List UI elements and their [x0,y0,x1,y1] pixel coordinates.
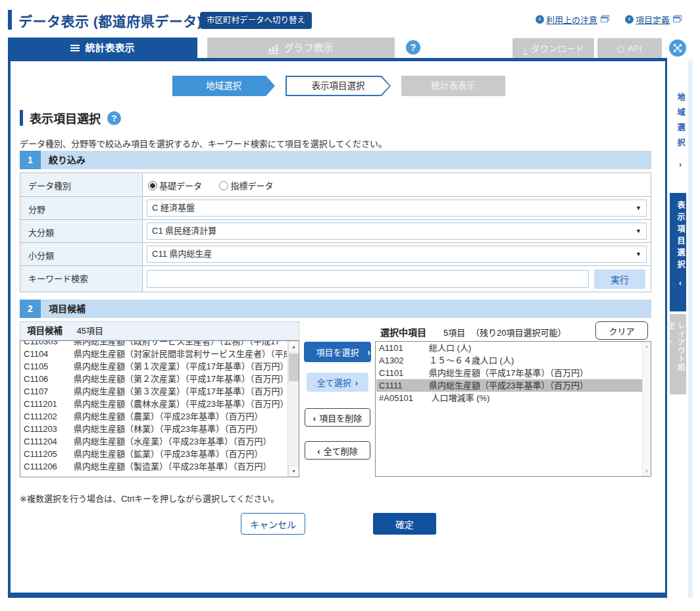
api-button: API [597,38,662,58]
major-class-row: 大分類 C1 県民経済計算 ▼ [20,219,651,242]
field-select[interactable]: C 経済基盤 ▼ [147,199,647,217]
tab-statistics-table[interactable]: 統計表表示 [8,38,197,58]
chevron-right-icon: › [676,160,685,176]
list-item-code: C111206 [24,460,74,473]
list-item[interactable]: C1101県内総生産額（平成17年基準）（百万円） [376,367,642,379]
chevron-left-icon: ‹ [676,279,685,292]
step-statistics-table: 統計表表示 [401,76,505,96]
execute-search-button[interactable]: 実行 [594,269,645,289]
minor-class-select[interactable]: C11 県内総生産 ▼ [147,246,647,263]
circle-chevron-icon: › [625,15,634,24]
select-all-button[interactable]: 全て選択› [307,373,368,392]
candidate-count: 45項目 [77,326,103,336]
gear-icon [617,45,624,53]
list-item[interactable]: A1101総人口 (人) [376,342,642,354]
list-item-name: 県内総生産額（平成17年基準）（百万円） [429,368,588,378]
side-tab-display-item-select-label: 表示項目選択 [676,201,685,272]
list-item-name: 県内総生産額（鉱業）（平成23年基準）（百万円） [74,449,262,459]
scrollbar-thumb[interactable] [289,354,299,381]
keyword-row: キーワード検索 実行 [20,265,651,292]
list-item[interactable]: C110303県内総生産額（政府サービス生産者）（公務）（平成17 [21,340,287,348]
field-row: 分野 C 経済基盤 ▼ [20,196,651,219]
cancel-button[interactable]: キャンセル [241,513,305,535]
radio-basic-data[interactable] [148,181,157,190]
chevron-right-icon: › [666,337,674,346]
page-header: データ表示 (都道府県データ) 市区町村データへ切り替え › 利用上の注意 › … [8,8,692,33]
candidate-list-header: 項目候補 45項目 [20,321,299,340]
side-tab-region-select[interactable]: 地域選択› [670,85,686,190]
list-item-name: 総人口 (人) [429,343,471,353]
list-item-code: #A05101 [379,392,429,404]
select-all-label: 全て選択 [317,378,351,388]
section-page-title: 表示項目選択 ? [20,109,121,126]
keyword-label: キーワード検索 [20,266,143,292]
page-title-main: データ表示 (都道府県データ) [18,11,202,30]
list-item[interactable]: C111206県内総生産額（製造業）（平成23年基準）（百万円） [21,460,287,473]
confirm-button[interactable]: 確定 [373,513,436,535]
radio-basic-data-label: 基礎データ [159,181,202,191]
selected-listbox: A1101総人口 (人)A1302１５～６４歳人口 (人)C1101県内総生産額… [375,341,651,477]
step-region-select[interactable]: 地域選択 [172,76,275,96]
list-item-code: C111204 [24,435,74,448]
selected-scrollbar[interactable]: ▲ ▼ [642,342,651,476]
remove-all-button[interactable]: ‹全て削除 [305,441,370,460]
fullscreen-toggle-icon[interactable] [669,40,686,57]
list-item[interactable]: C111203県内総生産額（林業）（平成23年基準）（百万円） [21,423,287,435]
major-class-select[interactable]: C1 県民経済計算 ▼ [147,223,647,240]
list-item[interactable]: C1111県内総生産額（平成23年基準）（百万円） [376,379,642,392]
title-accent-bar [20,110,23,126]
tab-statistics-table-label: 統計表表示 [85,42,134,53]
list-item[interactable]: C1107県内総生産額（第３次産業）（平成17年基準）（百万円） [21,385,287,398]
list-item[interactable]: #A05101 人口増減率 (%) [376,392,642,404]
list-item-name: 県内総生産額（農業）（平成23年基準）（百万円） [74,412,262,421]
scroll-up-icon[interactable]: ▲ [643,342,651,351]
list-item[interactable]: C111202県内総生産額（農業）（平成23年基準）（百万円） [21,410,287,423]
list-item[interactable]: C111204県内総生産額（水産業）（平成23年基準）（百万円） [21,435,287,448]
filter-section-header: 1 絞り込み [20,151,651,169]
bar-chart-icon [268,46,278,54]
list-item[interactable]: C111205県内総生産額（鉱業）（平成23年基準）（百万円） [21,448,287,460]
scroll-down-icon[interactable]: ▼ [288,465,299,477]
candidate-listbox: C110303県内総生産額（政府サービス生産者）（公務）（平成17C1104県内… [20,340,299,477]
list-item-name: 人口増減率 (%) [429,393,489,403]
list-item-code: C111205 [24,448,74,460]
list-item[interactable]: C1104県内総生産額（対家計民間非営利サービス生産者）（平成 [21,348,287,360]
list-item-name: 県内総生産額（農林水産業）（平成23年基準）（百万円） [74,399,287,409]
minor-class-label: 小分類 [20,243,143,265]
candidate-rows: C110303県内総生産額（政府サービス生産者）（公務）（平成17C1104県内… [21,340,287,477]
list-item-code: C111201 [24,398,74,410]
usage-notes-link[interactable]: › 利用上の注意 [536,13,608,26]
help-icon[interactable]: ? [107,111,121,125]
help-icon[interactable]: ? [406,40,420,55]
switch-municipality-button[interactable]: 市区町村データへ切り替え [200,12,312,29]
candidate-scrollbar[interactable]: ▲ ▼ [288,341,299,477]
clear-button[interactable]: クリア [595,321,648,340]
scroll-down-icon[interactable]: ▼ [643,467,651,476]
selected-rows: A1101総人口 (人)A1302１５～６４歳人口 (人)C1101県内総生産額… [376,342,642,476]
list-item-name: 県内総生産額（第１次産業）（平成17年基準）（百万円） [74,361,287,371]
list-item-name: 県内総生産額（第２次産業）（平成17年基準）（百万円） [74,374,287,384]
remove-item-button[interactable]: ‹項目を削除 [305,408,370,427]
field-select-value: C 経済基盤 [152,203,195,213]
major-class-select-value: C1 県民経済計算 [152,226,216,236]
external-window-icon [601,16,608,22]
list-item[interactable]: C1106県内総生産額（第２次産業）（平成17年基準）（百万円） [21,373,287,385]
data-type-label: データ種別 [20,173,143,196]
side-tab-layout-settings-label: レイアウト設定 [666,322,685,371]
scroll-up-icon[interactable]: ▲ [288,341,299,352]
item-definition-link[interactable]: › 項目定義 [625,13,680,26]
selected-count: 5項目 [443,326,465,338]
keyword-input[interactable] [147,270,589,288]
radio-index-data[interactable] [219,181,228,190]
side-tab-display-item-select[interactable]: 表示項目選択‹ [670,193,686,311]
select-item-button[interactable]: 項目を選択› [304,342,371,362]
expand-arrows-glyph [673,43,682,53]
list-item[interactable]: C111201県内総生産額（農林水産業）（平成23年基準）（百万円） [21,398,287,410]
list-item[interactable]: C1105県内総生産額（第１次産業）（平成17年基準）（百万円） [21,360,287,373]
remove-all-label: 全て削除 [324,446,358,456]
list-item[interactable]: A1302１５～６４歳人口 (人) [376,354,642,367]
chevron-left-icon: ‹ [313,413,316,423]
remove-item-label: 項目を削除 [319,413,362,423]
radio-index-data-label: 指標データ [230,181,273,191]
tab-graph: グラフ表示 [207,38,395,58]
